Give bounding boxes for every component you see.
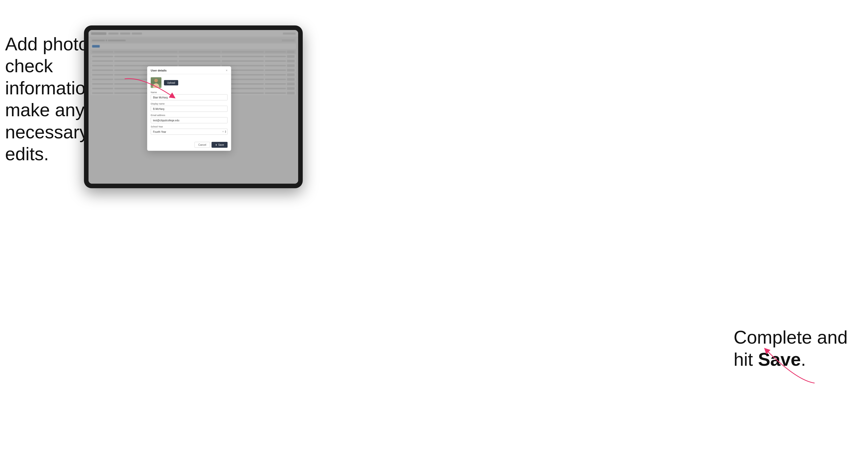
close-button[interactable]: × (226, 69, 227, 72)
save-label: Save (218, 144, 224, 146)
modal-title: User details (151, 69, 167, 72)
email-input[interactable] (151, 117, 228, 123)
email-field-group: Email address (151, 114, 228, 123)
school-year-wrapper: × ▲ ▼ (151, 129, 228, 135)
save-icon: ⬆ (215, 144, 217, 146)
display-name-input[interactable] (151, 106, 228, 112)
save-button[interactable]: ⬆ Save (212, 142, 228, 148)
clear-school-year-button[interactable]: × (222, 130, 224, 133)
school-year-spinner[interactable]: ▲ ▼ (225, 130, 227, 133)
tablet-device: User details × Upload Name (84, 25, 303, 188)
modal-overlay: User details × Upload Name (89, 30, 298, 184)
modal-footer: Cancel ⬆ Save (147, 140, 231, 151)
modal-header: User details × (147, 66, 231, 74)
email-label: Email address (151, 114, 228, 117)
cancel-button[interactable]: Cancel (195, 142, 210, 148)
school-year-controls: × ▲ ▼ (222, 130, 227, 133)
left-arrow (122, 74, 183, 104)
school-year-label: School Year (151, 125, 228, 128)
right-arrow (746, 345, 817, 385)
tablet-screen: User details × Upload Name (89, 30, 298, 184)
school-year-field-group: School Year × ▲ ▼ (151, 125, 228, 135)
school-year-input[interactable] (151, 129, 228, 135)
